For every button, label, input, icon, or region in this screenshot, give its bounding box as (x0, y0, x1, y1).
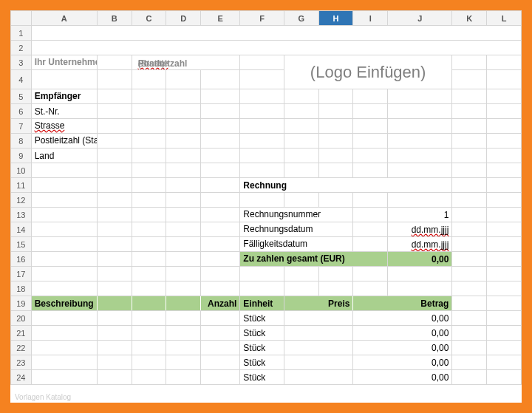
row-header[interactable]: 3 (11, 55, 32, 70)
spreadsheet-grid[interactable]: A B C D E F G H I J K L 1 2 3 Ihr Untern… (10, 10, 522, 385)
row-header[interactable]: 6 (11, 104, 32, 119)
row-header[interactable]: 12 (11, 193, 32, 208)
cell[interactable]: Stück (240, 370, 284, 385)
row-header[interactable]: 21 (11, 326, 32, 341)
row-header[interactable]: 10 (11, 163, 32, 178)
row-header[interactable]: 19 (11, 296, 32, 311)
logo-placeholder: (Logo Einfügen) (310, 63, 426, 81)
col-header[interactable]: B (97, 11, 132, 26)
company-name-cell[interactable]: Ihr Unternehmen (31, 55, 97, 70)
logo-placeholder-cell[interactable]: (Logo Einfügen) (284, 55, 451, 89)
col-header[interactable]: J (388, 11, 452, 26)
cell[interactable]: 0,00 (353, 311, 452, 326)
cell[interactable] (31, 355, 97, 370)
cell[interactable]: Land (31, 149, 97, 163)
cell[interactable]: Stück (240, 311, 284, 326)
cell[interactable]: 0,00 (353, 355, 452, 370)
row-header[interactable]: 16 (11, 252, 32, 267)
row-header[interactable]: 11 (11, 178, 32, 193)
header-amount[interactable]: Betrag (353, 296, 452, 311)
row-header[interactable]: 24 (11, 370, 32, 385)
row-header[interactable]: 22 (11, 341, 32, 355)
recipient-header: Empfänger (35, 91, 81, 101)
col-header[interactable]: G (284, 11, 318, 26)
cell[interactable]: 0,00 (353, 370, 452, 385)
row-header[interactable]: 8 (11, 134, 32, 149)
header-qty[interactable]: Anzahl (201, 296, 240, 311)
company-address-cell[interactable]: Strasse - Postleitzahl (Stadt) (132, 55, 240, 70)
column-headers[interactable]: A B C D E F G H I J K L (11, 11, 522, 26)
cell[interactable] (31, 341, 97, 355)
col-header[interactable]: A (31, 11, 97, 26)
total-label-cell[interactable]: Zu zahlen gesamt (EUR) (240, 252, 388, 267)
col-header[interactable]: I (353, 11, 388, 26)
cell[interactable]: 0,00 (353, 341, 452, 355)
col-header[interactable]: L (487, 11, 522, 26)
col-header[interactable]: F (240, 11, 284, 26)
row-header[interactable]: 20 (11, 311, 32, 326)
cell[interactable]: Stück (240, 355, 284, 370)
total-value-cell[interactable]: 0,00 (388, 252, 452, 267)
row-header[interactable]: 17 (11, 267, 32, 281)
cell[interactable] (31, 370, 97, 385)
invoice-title-cell[interactable]: Rechnung (240, 178, 452, 193)
cell[interactable] (31, 326, 97, 341)
row-header[interactable]: 23 (11, 355, 32, 370)
watermark: Vorlagen Katalog (15, 393, 71, 401)
cell[interactable]: Postleitzahl (Stadt) (31, 134, 97, 149)
row-header[interactable]: 15 (11, 237, 32, 252)
row-header[interactable]: 9 (11, 149, 32, 163)
cell[interactable]: Strasse (31, 119, 97, 134)
select-all-corner[interactable] (11, 11, 32, 26)
col-header[interactable]: E (201, 11, 240, 26)
cell[interactable] (31, 41, 521, 55)
invoice-due-label-cell[interactable]: Fälligkeitsdatum (240, 237, 353, 252)
header-price[interactable]: Preis (284, 296, 353, 311)
recipient-header-cell[interactable]: Empfänger (31, 89, 97, 104)
col-header[interactable]: C (132, 11, 166, 26)
col-header[interactable]: D (166, 11, 201, 26)
cell[interactable] (31, 311, 97, 326)
row-header[interactable]: 2 (11, 41, 32, 55)
cell[interactable]: Stück (240, 326, 284, 341)
row-header[interactable]: 1 (11, 26, 32, 41)
invoice-date-value-cell[interactable]: dd.mm.jjjj (388, 222, 452, 237)
cell[interactable] (284, 311, 353, 326)
row-header[interactable]: 14 (11, 222, 32, 237)
invoice-num-value-cell[interactable]: 1 (388, 208, 452, 222)
header-desc[interactable]: Beschreibung (31, 296, 97, 311)
row-header[interactable]: 4 (11, 70, 32, 89)
row-header[interactable]: 7 (11, 119, 32, 134)
invoice-num-label-cell[interactable]: Rechnungsnummer (240, 208, 353, 222)
row-header[interactable]: 18 (11, 281, 32, 296)
header-unit[interactable]: Einheit (240, 296, 284, 311)
row-header[interactable]: 5 (11, 89, 32, 104)
invoice-date-label-cell[interactable]: Rechnungsdatum (240, 222, 353, 237)
invoice-due-value-cell[interactable]: dd.mm.jjjj (388, 237, 452, 252)
cell[interactable] (31, 26, 521, 41)
col-header-selected[interactable]: H (318, 11, 353, 26)
row-header[interactable]: 13 (11, 208, 32, 222)
cell[interactable]: Stück (240, 341, 284, 355)
cell[interactable]: St.-Nr. (31, 104, 97, 119)
cell[interactable] (201, 311, 240, 326)
cell[interactable]: 0,00 (353, 326, 452, 341)
col-header[interactable]: K (452, 11, 487, 26)
company-name: Ihr Unternehmen (35, 57, 98, 67)
